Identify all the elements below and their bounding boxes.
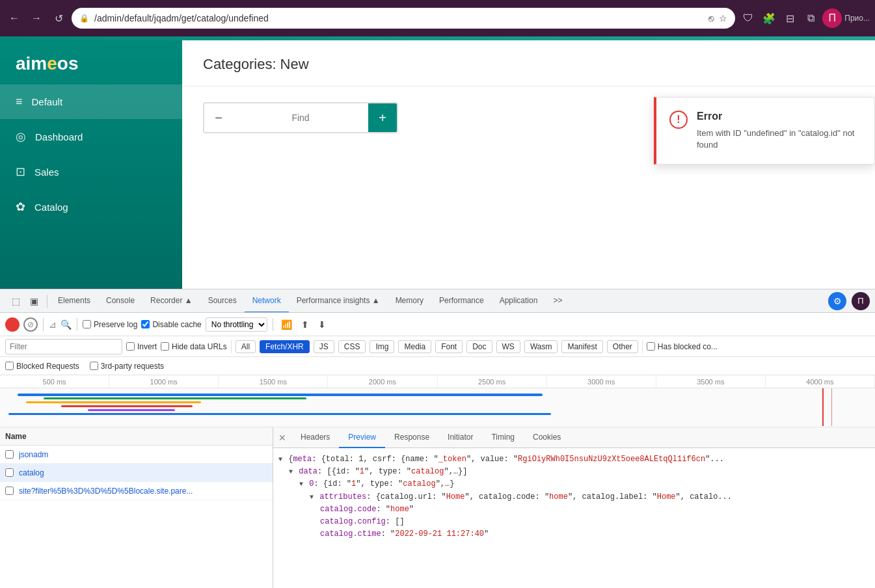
- filter-type-wasm[interactable]: Wasm: [524, 340, 558, 353]
- sidebar-item-default[interactable]: ≡ Default: [0, 85, 182, 119]
- record-button[interactable]: [5, 317, 20, 332]
- find-input[interactable]: [233, 103, 368, 132]
- devtools-tab-icons: ⬚ ▣: [5, 293, 44, 309]
- extension-cast-btn[interactable]: ⊟: [781, 9, 799, 27]
- find-minus-button[interactable]: −: [204, 103, 233, 132]
- json-line-6: catalog.config: []: [278, 516, 870, 528]
- bookmark-icon: ☆: [719, 13, 727, 23]
- preview-tab-response[interactable]: Response: [385, 427, 438, 448]
- invert-label: Invert: [137, 342, 157, 351]
- address-bar[interactable]: 🔒 /admin/default/jqadm/get/catalog/undef…: [72, 8, 735, 29]
- sidebar-item-label: Default: [32, 96, 63, 107]
- error-icon: !: [669, 111, 688, 129]
- filter-funnel-icon[interactable]: ⊿: [49, 319, 57, 330]
- main-content: Categories: New − + ! Error Item with ID…: [182, 40, 875, 289]
- preview-tab-initiator[interactable]: Initiator: [438, 427, 482, 448]
- tab-recorder[interactable]: Recorder ▲: [142, 289, 200, 313]
- filter-type-css[interactable]: CSS: [338, 340, 366, 353]
- invert-checkbox[interactable]: Invert: [126, 342, 157, 351]
- filter-type-ws[interactable]: WS: [496, 340, 520, 353]
- profile-btn[interactable]: П: [822, 8, 842, 28]
- throttle-select[interactable]: No throttling: [206, 317, 267, 332]
- error-content: Error Item with ID "undefined" in "catal…: [697, 111, 861, 151]
- error-popup: ! Error Item with ID "undefined" in "cat…: [654, 97, 875, 165]
- reload-button[interactable]: ↺: [49, 9, 68, 27]
- third-party-checkbox[interactable]: 3rd-party requests: [90, 362, 164, 371]
- browser-chrome: ← → ↺ 🔒 /admin/default/jqadm/get/catalog…: [0, 0, 875, 36]
- collapse-triangle-4[interactable]: ▼: [310, 494, 314, 501]
- error-message: Item with ID "undefined" in "catalog.id"…: [697, 127, 861, 151]
- sidebar-item-catalog[interactable]: ✿ Catalog: [0, 189, 182, 224]
- preview-close-button[interactable]: ✕: [273, 427, 291, 448]
- tab-performance[interactable]: Performance: [431, 289, 492, 313]
- devtools-device-btn[interactable]: ▣: [26, 293, 42, 309]
- has-blocked-checkbox[interactable]: Has blocked co...: [647, 342, 718, 351]
- tab-elements[interactable]: Elements: [50, 289, 98, 313]
- filter-type-fetch-xhr[interactable]: Fetch/XHR: [260, 340, 310, 353]
- filter-bar: Invert Hide data URLs All Fetch/XHR JS C…: [0, 336, 875, 357]
- json-line-1: ▼ {meta: {total: 1, csrf: {name: "_token…: [278, 453, 870, 466]
- collapse-triangle-2[interactable]: ▼: [289, 468, 293, 475]
- tab-application[interactable]: Application: [492, 289, 546, 313]
- app-layout: aimeos ≡ Default ◎ Dashboard ⊡ Sales ✿ C…: [0, 40, 875, 289]
- tab-performance-insights[interactable]: Performance insights ▲: [289, 289, 388, 313]
- extension-puzzle-btn[interactable]: 🧩: [760, 9, 778, 27]
- import-icon[interactable]: ⬆: [299, 318, 312, 331]
- tab-console[interactable]: Console: [98, 289, 142, 313]
- wifi-icon[interactable]: 📶: [278, 318, 295, 331]
- request-checkbox-catalog[interactable]: [5, 468, 14, 477]
- devtools-settings-icon: ⚙: [828, 292, 846, 310]
- preview-tab-timing[interactable]: Timing: [482, 427, 524, 448]
- timeline-labels: 500 ms 1000 ms 1500 ms 2000 ms 2500 ms 3…: [0, 375, 875, 388]
- tab-strip-btn[interactable]: ⧉: [801, 9, 820, 27]
- filter-type-img[interactable]: Img: [370, 340, 394, 353]
- request-item-site-filter[interactable]: site?filter%5B%3D%3D%5D%5Blocale.site.pa…: [0, 482, 273, 500]
- preview-tab-headers[interactable]: Headers: [291, 427, 339, 448]
- timeline-label-1000: 1000 ms: [109, 375, 219, 388]
- filter-type-doc[interactable]: Doc: [466, 340, 492, 353]
- page-title: Categories: New: [203, 56, 854, 73]
- request-name-jsonadm: jsonadm: [19, 450, 267, 459]
- tab-sources[interactable]: Sources: [200, 289, 245, 313]
- json-line-2: ▼ data: [{id: "1", type: "catalog",…}]: [278, 466, 870, 478]
- stop-button[interactable]: ⊘: [23, 317, 38, 332]
- filter-type-all[interactable]: All: [236, 340, 256, 353]
- find-plus-button[interactable]: +: [368, 103, 397, 132]
- collapse-triangle-1[interactable]: ▼: [278, 456, 282, 463]
- request-item-catalog[interactable]: catalog: [0, 464, 273, 482]
- logo-text: aimeos: [16, 53, 79, 74]
- search-icon[interactable]: 🔍: [61, 319, 72, 330]
- blocked-requests-checkbox[interactable]: Blocked Requests: [5, 362, 79, 371]
- sidebar-item-dashboard[interactable]: ◎ Dashboard: [0, 119, 182, 154]
- preview-tab-cookies[interactable]: Cookies: [524, 427, 570, 448]
- filter-input[interactable]: [5, 339, 122, 354]
- timeline-label-1500: 1500 ms: [219, 375, 328, 388]
- browser-label: Прио...: [844, 14, 870, 23]
- forward-button[interactable]: →: [27, 9, 46, 27]
- request-checkbox-jsonadm[interactable]: [5, 450, 14, 459]
- extension-shield-btn[interactable]: 🛡: [739, 9, 757, 27]
- filter-type-js[interactable]: JS: [314, 340, 334, 353]
- filter-type-other[interactable]: Other: [607, 340, 638, 353]
- disable-cache-checkbox[interactable]: Disable cache: [141, 320, 201, 329]
- sidebar-item-label: Dashboard: [35, 131, 83, 142]
- network-toolbar: ⊘ ⊿ 🔍 Preserve log Disable cache No thro…: [0, 313, 875, 336]
- back-button[interactable]: ←: [5, 9, 23, 27]
- filter-type-media[interactable]: Media: [398, 340, 431, 353]
- request-item-jsonadm[interactable]: jsonadm: [0, 446, 273, 464]
- collapse-triangle-3[interactable]: ▼: [299, 481, 303, 488]
- hide-data-urls-checkbox[interactable]: Hide data URLs: [161, 342, 227, 351]
- preserve-log-checkbox[interactable]: Preserve log: [83, 320, 137, 329]
- request-name-site-filter: site?filter%5B%3D%3D%5D%5Blocale.site.pa…: [19, 487, 267, 496]
- filter-type-font[interactable]: Font: [435, 340, 463, 353]
- tab-more[interactable]: >>: [545, 289, 570, 313]
- filter-type-manifest[interactable]: Manifest: [561, 340, 602, 353]
- request-checkbox-site-filter[interactable]: [5, 487, 14, 495]
- tab-memory[interactable]: Memory: [388, 289, 431, 313]
- sidebar-item-sales[interactable]: ⊡ Sales: [0, 154, 182, 189]
- export-icon[interactable]: ⬇: [316, 318, 329, 331]
- tab-network[interactable]: Network: [245, 289, 289, 313]
- blocked-bar: Blocked Requests 3rd-party requests: [0, 357, 875, 375]
- devtools-pointer-btn[interactable]: ⬚: [8, 293, 23, 309]
- preview-tab-preview[interactable]: Preview: [339, 427, 385, 448]
